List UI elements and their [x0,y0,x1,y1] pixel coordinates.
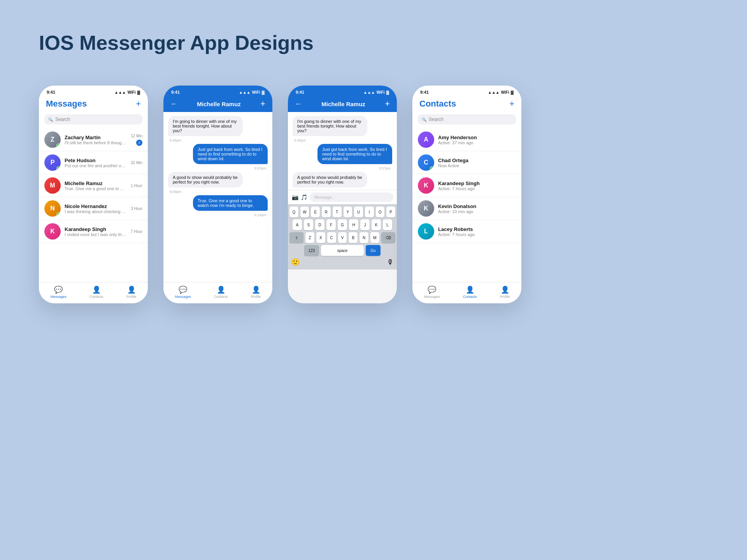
tab-profile[interactable]: 👤 Profile [126,285,137,299]
tab-bar-1: 💬 Messages 👤 Contacts 👤 Profile [39,282,148,303]
key-n[interactable]: N [359,232,368,243]
key-w[interactable]: W [300,206,309,217]
avatar-amy: A [418,131,434,148]
avatar-lacey: L [418,223,434,240]
attachment-icon[interactable]: 🎵 [301,194,307,200]
msg-meta: 3 Hour [131,206,142,211]
list-item[interactable]: K Karandeep Singh I visited once but I w… [39,220,148,243]
online-indicator [56,144,60,147]
tab-contacts[interactable]: 👤 Contacts [89,285,103,299]
list-item[interactable]: L Lacey Roberts Active: 7 hours ago [412,220,521,243]
back-button-2[interactable]: ← [170,100,177,108]
avatar-chad: C [418,154,434,171]
list-item[interactable]: K Karandeep Singh Active: 7 hours ago [412,174,521,197]
avatar-kevin: K [418,200,434,217]
key-s[interactable]: S [304,219,313,230]
unread-badge: 2 [136,140,142,146]
message-bubble-right: True. Give me a good one to watch now i'… [193,195,268,211]
signal-icon-3: ▲▲▲ [363,90,375,94]
key-go[interactable]: Go [366,245,381,256]
key-q[interactable]: Q [289,206,298,217]
signal-icon-2: ▲▲▲ [239,90,251,94]
key-g[interactable]: G [338,219,347,230]
key-z[interactable]: Z [305,232,314,243]
contact-status: Active: 37 min ago [438,140,516,145]
message-time: 6:09pm [168,190,268,194]
key-y[interactable]: Y [344,206,352,217]
messages-tab-icon-2: 💬 [179,285,187,294]
key-m[interactable]: M [370,232,379,243]
keyboard-row-3: ⇧ Z X C V B N M ⌫ [289,232,395,243]
key-f[interactable]: F [326,219,336,230]
tab-messages-2[interactable]: 💬 Messages [175,285,191,299]
search-placeholder-4: Search [429,117,444,122]
key-e[interactable]: E [311,206,320,217]
search-input-4[interactable]: 🔍 Search [418,114,516,124]
key-l[interactable]: L [383,219,392,230]
chat-plus-button-2[interactable]: + [260,99,265,109]
tab-contacts-4[interactable]: 👤 Contacts [463,285,477,299]
key-123[interactable]: 123 [304,245,319,256]
key-r[interactable]: R [322,206,331,217]
key-o[interactable]: O [376,206,385,217]
message-time: 6:14pm [168,213,268,217]
add-message-button[interactable]: + [136,99,141,109]
key-k[interactable]: K [372,219,381,230]
key-t[interactable]: T [333,206,342,217]
key-h[interactable]: H [349,219,358,230]
avatar-pete: P [44,154,61,171]
msg-meta: 7 Hour [131,229,142,234]
key-space[interactable]: space [321,245,364,256]
key-d[interactable]: D [315,219,324,230]
emoji-icon[interactable]: 🙂 [291,258,300,266]
key-i[interactable]: I [365,206,374,217]
list-item[interactable]: M Michelle Ramuz True. Give me a good on… [39,174,148,197]
key-v[interactable]: V [338,232,347,243]
online-indicator [56,212,60,216]
battery-icon-4: ▓ [511,90,514,94]
list-item[interactable]: C Chad Ortega Now Active [412,151,521,174]
camera-icon[interactable]: 📷 [292,194,298,200]
msg-info: Nicole Hernandez I was thinking about ch… [65,203,127,214]
tab-label: Profile [251,295,261,299]
search-icon-1: 🔍 [48,117,53,122]
search-input-1[interactable]: 🔍 Search [44,114,142,124]
time-4: 9:41 [420,90,429,94]
list-item[interactable]: K Kevin Donalson Active: 10 min ago [412,197,521,220]
key-a[interactable]: A [293,219,302,230]
tab-messages-4[interactable]: 💬 Messages [424,285,440,299]
add-contact-button[interactable]: + [509,99,514,109]
contact-name: Karandeep Singh [438,180,516,186]
message-time: 5:57pm [168,166,268,170]
back-button-3[interactable]: ← [295,100,302,108]
profile-tab-icon-2: 👤 [252,285,260,294]
key-b[interactable]: B [349,232,358,243]
avatar-karandeep-c: K [418,177,434,194]
key-c[interactable]: C [327,232,336,243]
microphone-icon[interactable]: 🎙 [387,258,394,266]
key-backspace[interactable]: ⌫ [381,232,395,243]
chat-plus-button-3[interactable]: + [385,99,390,109]
tab-messages[interactable]: 💬 Messages [51,285,67,299]
key-x[interactable]: X [316,232,325,243]
status-icons-4: ▲▲▲ WiFi ▓ [488,90,514,94]
list-item[interactable]: N Nicole Hernandez I was thinking about … [39,197,148,220]
list-item[interactable]: A Amy Henderson Active: 37 min ago [412,128,521,151]
key-u[interactable]: U [354,206,363,217]
msg-info: Zachary Martin I'll still be there befor… [65,135,127,145]
tab-contacts-2[interactable]: 👤 Contacts [214,285,228,299]
list-item[interactable]: Z Zachary Martin I'll still be there bef… [39,128,148,151]
key-j[interactable]: J [360,219,370,230]
messages-tab-icon: 💬 [54,285,63,294]
list-item[interactable]: P Pete Hudson Put out one fire and anoth… [39,151,148,174]
search-bar-1: 🔍 Search [39,112,148,128]
tab-profile-4[interactable]: 👤 Profile [500,285,510,299]
contact-name: Amy Henderson [438,135,516,140]
phone-contacts: 9:41 ▲▲▲ WiFi ▓ Contacts + 🔍 Search A [412,86,521,303]
key-p[interactable]: P [386,206,395,217]
key-shift[interactable]: ⇧ [289,232,303,243]
tab-profile-2[interactable]: 👤 Profile [251,285,261,299]
message-input[interactable]: Message... [310,192,393,202]
chat-contact-name-2: Michelle Ramuz [177,101,260,107]
tab-label: Messages [51,295,67,299]
